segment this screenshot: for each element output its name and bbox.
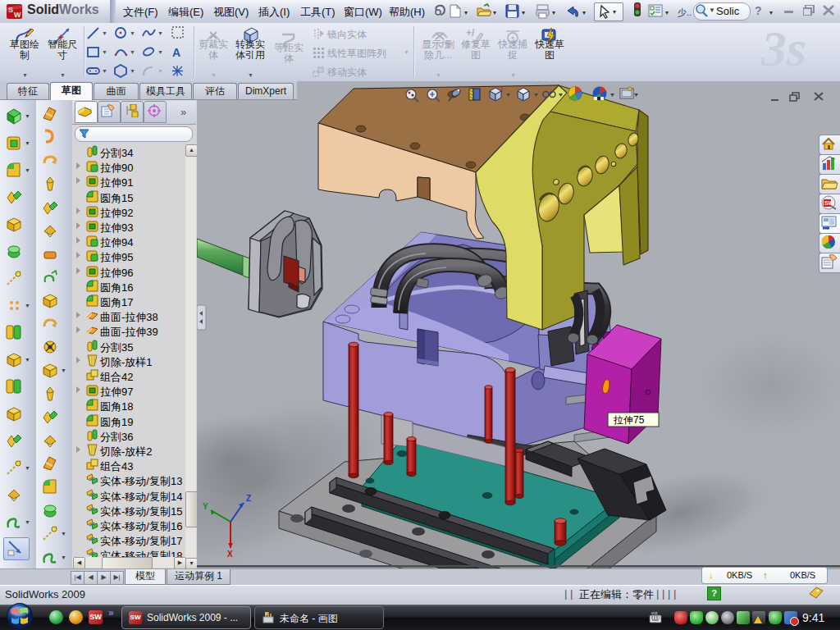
svg-text:SW: SW: [824, 200, 834, 206]
svg-text:拉伸75: 拉伸75: [613, 414, 645, 426]
svg-text:X: X: [227, 550, 233, 559]
svg-text:Z: Z: [246, 494, 251, 503]
svg-text:A: A: [172, 46, 180, 59]
svg-text:S: S: [8, 6, 13, 14]
svg-text:W: W: [14, 11, 21, 19]
svg-text:键盘: 键盘: [651, 611, 658, 615]
svg-text:Y: Y: [203, 502, 208, 511]
svg-text:+/: +/: [466, 27, 475, 39]
